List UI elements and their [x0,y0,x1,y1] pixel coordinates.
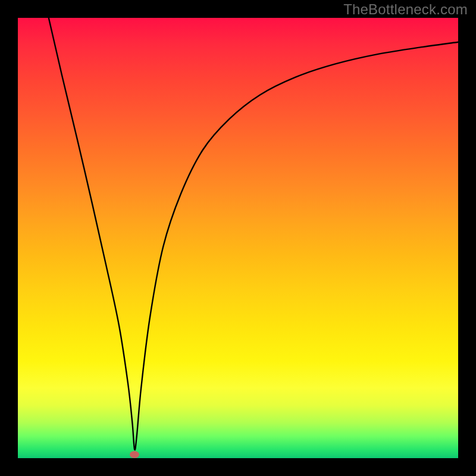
chart-frame: TheBottleneck.com [0,0,476,476]
curve-svg [18,18,458,458]
curve-path [49,18,458,450]
minimum-marker [130,451,139,458]
watermark-text: TheBottleneck.com [343,1,468,18]
plot-area [18,18,458,458]
